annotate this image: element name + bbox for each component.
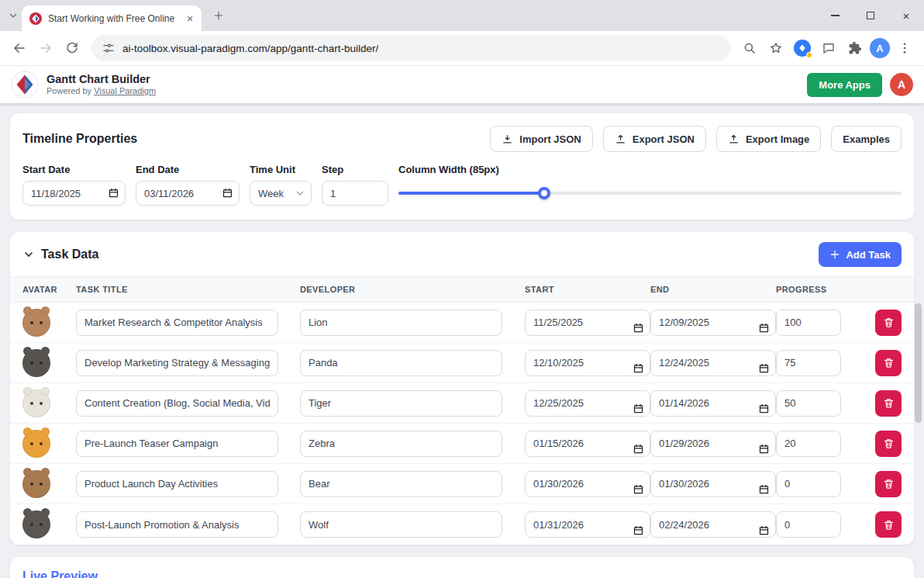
bookmark-star-icon[interactable] [764, 36, 788, 60]
examples-button[interactable]: Examples [831, 126, 902, 152]
developer-input[interactable] [300, 350, 502, 376]
forward-icon[interactable] [34, 36, 57, 60]
kebab-menu-icon[interactable] [893, 36, 916, 60]
extensions-puzzle-icon[interactable] [843, 36, 867, 60]
page-content: Timeline Properties Import JSON Export J… [0, 103, 924, 578]
tab-close-icon[interactable]: × [183, 12, 197, 26]
calendar-icon[interactable] [222, 187, 233, 199]
calendar-icon[interactable] [633, 362, 644, 374]
step-label: Step [322, 164, 388, 175]
calendar-icon[interactable] [758, 524, 770, 536]
start-date-input[interactable] [525, 350, 650, 376]
table-row [10, 504, 914, 545]
column-width-slider[interactable] [398, 181, 902, 206]
end-date-input[interactable] [650, 471, 776, 497]
calendar-icon[interactable] [758, 362, 770, 374]
start-date-input[interactable] [525, 511, 650, 538]
avatar [22, 349, 50, 377]
calendar-icon[interactable] [633, 403, 644, 414]
end-date-input[interactable] [650, 310, 776, 336]
extension-blue-icon[interactable] [791, 36, 814, 60]
calendar-icon[interactable] [633, 483, 644, 495]
timeline-buttons: Import JSON Export JSON Export Image Exa… [490, 126, 902, 152]
developer-input[interactable] [300, 511, 502, 538]
comment-icon[interactable] [817, 36, 840, 60]
progress-input[interactable] [776, 471, 841, 497]
page-scrollbar-thumb[interactable] [915, 303, 922, 423]
delete-task-button[interactable] [875, 471, 902, 497]
progress-input[interactable] [776, 310, 841, 336]
developer-input[interactable] [300, 431, 502, 457]
delete-task-button[interactable] [875, 390, 902, 417]
app-user-avatar[interactable]: A [890, 73, 913, 96]
end-date-label: End Date [136, 164, 240, 175]
calendar-icon[interactable] [108, 187, 119, 199]
task-title-input[interactable] [76, 431, 278, 457]
reload-icon[interactable] [60, 36, 84, 60]
delete-task-button[interactable] [875, 350, 902, 376]
tab-search-chevron-icon[interactable] [5, 7, 22, 24]
developer-input[interactable] [300, 471, 502, 497]
progress-input[interactable] [776, 390, 841, 417]
step-input[interactable] [322, 181, 388, 206]
app-header: Gantt Chart Builder Powered by Visual Pa… [0, 66, 924, 103]
time-unit-label: Time Unit [250, 164, 312, 175]
table-row [10, 343, 914, 383]
task-title-input[interactable] [76, 511, 278, 538]
url-bar[interactable]: ai-toolbox.visual-paradigm.com/app/gantt… [91, 35, 730, 61]
developer-input[interactable] [300, 390, 502, 417]
delete-task-button[interactable] [875, 310, 902, 336]
end-date-input[interactable] [650, 390, 776, 417]
calendar-icon[interactable] [633, 322, 644, 334]
start-date-input[interactable] [525, 471, 650, 497]
start-date-input[interactable] [525, 390, 650, 417]
start-date-label: Start Date [22, 164, 126, 175]
trash-icon [883, 438, 895, 449]
calendar-icon[interactable] [758, 483, 770, 495]
avatar [22, 470, 50, 498]
time-unit-value: Week [258, 188, 284, 199]
end-date-input[interactable] [650, 511, 776, 538]
calendar-icon[interactable] [758, 322, 770, 334]
more-apps-button[interactable]: More Apps [807, 73, 882, 97]
end-date-input[interactable] [650, 350, 776, 376]
maximize-button[interactable] [853, 0, 888, 31]
calendar-icon[interactable] [633, 524, 644, 536]
start-date-input[interactable] [525, 310, 650, 336]
slider-thumb[interactable] [538, 187, 550, 199]
task-title-input[interactable] [76, 390, 278, 417]
export-image-button[interactable]: Export Image [716, 126, 821, 152]
close-window-button[interactable]: × [888, 0, 924, 31]
developer-input[interactable] [300, 310, 502, 336]
delete-task-button[interactable] [875, 431, 902, 457]
task-title-input[interactable] [76, 310, 278, 336]
progress-input[interactable] [776, 431, 841, 457]
progress-input[interactable] [776, 511, 841, 538]
calendar-icon[interactable] [758, 443, 770, 455]
zoom-icon[interactable] [738, 36, 761, 60]
back-icon[interactable] [8, 36, 31, 60]
import-json-button[interactable]: Import JSON [490, 126, 592, 152]
delete-task-button[interactable] [875, 511, 902, 538]
app-title: Gantt Chart Builder [47, 73, 156, 86]
export-json-button[interactable]: Export JSON [603, 126, 706, 152]
new-tab-button[interactable] [208, 5, 229, 26]
minimize-button[interactable] [817, 0, 853, 31]
time-unit-select[interactable]: Week [250, 181, 312, 206]
browser-profile-avatar[interactable]: A [870, 38, 890, 58]
collapse-chevron-icon[interactable] [22, 248, 35, 261]
powered-by-link[interactable]: Visual Paradigm [94, 86, 156, 95]
browser-tab[interactable]: Start Working with Free Online × [22, 5, 202, 31]
end-date-input[interactable] [650, 431, 776, 457]
trash-icon [883, 357, 895, 369]
step-field: Step [322, 164, 388, 206]
site-info-icon[interactable] [102, 42, 115, 54]
progress-input[interactable] [776, 350, 841, 376]
task-title-input[interactable] [76, 350, 278, 376]
calendar-icon[interactable] [758, 403, 770, 414]
column-header-start: START [525, 285, 650, 294]
calendar-icon[interactable] [633, 443, 644, 455]
task-title-input[interactable] [76, 471, 278, 497]
add-task-button[interactable]: Add Task [819, 242, 902, 267]
start-date-input[interactable] [525, 431, 650, 457]
